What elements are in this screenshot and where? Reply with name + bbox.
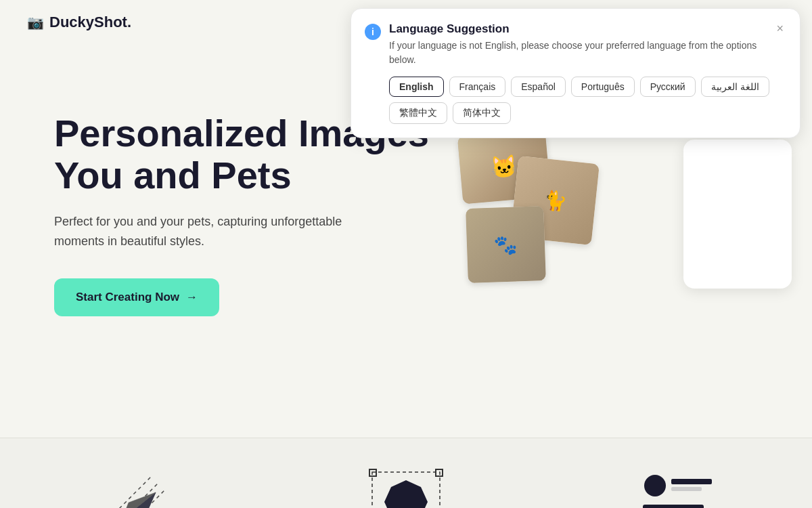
cta-label: Start Creating Now (76, 291, 179, 304)
svg-rect-14 (643, 505, 704, 508)
feature-profile (575, 465, 778, 508)
profile-icon-wrap (636, 465, 717, 508)
feature-fast (34, 465, 237, 508)
result-card (683, 140, 792, 289)
close-button[interactable]: × (771, 22, 784, 35)
language-chip-français[interactable]: Français (449, 77, 506, 97)
selection-icon-wrap (365, 465, 447, 508)
arrow-icon: → (186, 291, 198, 304)
popup-description: If your language is not English, please … (389, 39, 763, 67)
language-chip-繁體中文[interactable]: 繁體中文 (389, 102, 447, 124)
plane-icon-wrap (95, 465, 176, 508)
camera-icon: 📷 (27, 14, 44, 30)
cat-image-3: 🐾 (466, 206, 546, 283)
svg-rect-6 (369, 469, 376, 476)
language-chip-русский[interactable]: Русский (640, 77, 696, 97)
language-chip-português[interactable]: Português (571, 77, 635, 97)
plane-svg (98, 469, 173, 508)
cta-button[interactable]: Start Creating Now → (54, 278, 219, 316)
svg-point-11 (644, 475, 666, 496)
svg-rect-13 (671, 487, 702, 491)
language-chip-español[interactable]: Español (511, 77, 566, 97)
svg-marker-10 (384, 480, 428, 508)
bottom-section (0, 438, 812, 508)
language-popup: i Language Suggestion If your language i… (351, 8, 800, 138)
image-collage: 🐱 🐈 🐾 (460, 133, 595, 282)
selection-svg (365, 465, 447, 508)
brand-name: DuckyShot. (49, 14, 131, 31)
svg-rect-12 (671, 479, 712, 484)
popup-title: Language Suggestion (389, 22, 763, 36)
language-chip-english[interactable]: English (389, 77, 444, 97)
logo[interactable]: 📷 DuckyShot. (27, 14, 131, 31)
svg-rect-7 (436, 469, 443, 476)
profile-svg (636, 465, 717, 508)
language-chip-اللغة-العربية[interactable]: اللغة العربية (701, 77, 769, 97)
info-icon: i (365, 24, 381, 40)
hero-subtitle: Perfect for you and your pets, capturing… (54, 212, 379, 251)
language-chip-简体中文[interactable]: 简体中文 (453, 102, 511, 124)
feature-selection (304, 465, 508, 508)
language-options: EnglishFrançaisEspañolPortuguêsРусскийال… (365, 77, 784, 124)
